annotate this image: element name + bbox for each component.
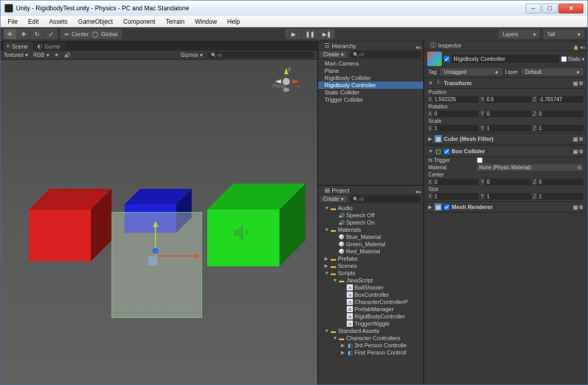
scene-tab[interactable]: ⌗Scene bbox=[4, 42, 33, 51]
project-item[interactable]: Blue_Material bbox=[318, 233, 423, 240]
hierarchy-item[interactable]: Trigger Collider bbox=[318, 96, 423, 103]
size-z[interactable] bbox=[537, 193, 583, 200]
size-y[interactable] bbox=[485, 193, 531, 200]
project-item[interactable]: ▼▬Audio bbox=[318, 204, 423, 212]
project-item[interactable]: ▶▬Scenes bbox=[318, 262, 423, 269]
gear-icon[interactable]: ⚙ bbox=[579, 81, 583, 86]
inspector-tab[interactable]: ⓘInspector bbox=[426, 40, 466, 50]
hierarchy-search[interactable]: 🔍 All bbox=[350, 51, 421, 58]
rotate-tool[interactable]: ↻ bbox=[30, 29, 44, 39]
close-button[interactable]: ✕ bbox=[559, 4, 583, 13]
istrigger-checkbox[interactable] bbox=[477, 157, 483, 163]
hierarchy-item[interactable]: Rigidbody Collider bbox=[318, 74, 423, 82]
project-item[interactable]: 🔊Speech On bbox=[318, 219, 423, 226]
panel-menu[interactable]: 🔒 ▾≡ bbox=[571, 45, 587, 50]
project-tab[interactable]: ▤Project bbox=[320, 186, 353, 195]
help-icon[interactable]: ▣ bbox=[573, 204, 578, 210]
scale-x[interactable] bbox=[433, 125, 479, 132]
project-item[interactable]: Green_Material bbox=[318, 240, 423, 248]
scale-y[interactable] bbox=[485, 125, 531, 132]
size-x[interactable] bbox=[433, 193, 479, 200]
project-item[interactable]: ▼▬Materials bbox=[318, 226, 423, 233]
panel-menu[interactable]: ▾≡ bbox=[414, 45, 423, 50]
gear-icon[interactable]: ⚙ bbox=[579, 149, 583, 154]
scale-tool[interactable]: ⤢ bbox=[44, 29, 57, 39]
move-tool[interactable]: ✥ bbox=[17, 29, 30, 39]
menu-component[interactable]: Component bbox=[118, 17, 160, 27]
light-toggle[interactable]: ☀ bbox=[54, 52, 59, 58]
boxcollider-enabled[interactable] bbox=[444, 149, 450, 154]
meshfilter-header[interactable]: ▶ ▦ Cube (Mesh Filter) ▣⚙ bbox=[425, 133, 586, 145]
project-search[interactable]: 🔍 All bbox=[350, 196, 421, 202]
center-z[interactable] bbox=[537, 179, 583, 185]
project-item[interactable]: JsPrefabManager bbox=[318, 306, 423, 313]
step-button[interactable]: ▶❚ bbox=[318, 29, 335, 39]
project-item[interactable]: ▼▬Scripts bbox=[318, 269, 423, 277]
rot-z[interactable] bbox=[537, 110, 583, 117]
audio-toggle[interactable]: 🔊 bbox=[64, 52, 70, 58]
menu-help[interactable]: Help bbox=[222, 17, 245, 27]
help-icon[interactable]: ▣ bbox=[573, 136, 578, 142]
static-dropdown[interactable]: ▾ bbox=[582, 56, 584, 62]
meshrenderer-header[interactable]: ▶ ▦ Mesh Renderer ▣⚙ bbox=[425, 201, 586, 213]
hierarchy-create[interactable]: Create ▾ bbox=[320, 51, 347, 58]
project-item[interactable]: JsCharacterControllerP bbox=[318, 298, 423, 306]
project-item[interactable]: JsRigidBodyController bbox=[318, 313, 423, 320]
pivot-toggle[interactable]: ▪▪Center ◯Global bbox=[60, 29, 122, 39]
center-y[interactable] bbox=[485, 179, 531, 185]
titlebar[interactable]: Unity - RigidbodyTest.unity - Physics - … bbox=[1, 1, 587, 16]
hierarchy-item[interactable]: Plane bbox=[318, 67, 423, 74]
scene-search[interactable]: 🔍 All bbox=[208, 52, 314, 58]
project-item[interactable]: JsBallShooter bbox=[318, 284, 423, 291]
maximize-button[interactable]: ☐ bbox=[542, 4, 558, 13]
menu-terrain[interactable]: Terrain bbox=[160, 17, 190, 27]
pos-y[interactable] bbox=[485, 96, 531, 103]
boxcollider-header[interactable]: ▼ ▢ Box Collider ▣⚙ bbox=[425, 146, 586, 157]
rot-y[interactable] bbox=[485, 110, 531, 117]
render-mode-dropdown[interactable]: Textured ▾ bbox=[4, 52, 28, 58]
layers-dropdown[interactable]: Layers▾ bbox=[499, 29, 540, 39]
hierarchy-tab[interactable]: ☲Hierarchy bbox=[320, 41, 360, 50]
project-item[interactable]: ▶◧3rd Person Controlle bbox=[318, 342, 423, 349]
menu-gameobject[interactable]: GameObject bbox=[73, 17, 118, 27]
hierarchy-item[interactable]: Rigidbody Controller bbox=[318, 82, 423, 89]
move-gizmo[interactable] bbox=[145, 220, 207, 271]
project-item[interactable]: ▼▬Character Controllers bbox=[318, 334, 423, 342]
project-item[interactable]: ▼▬JavaScript bbox=[318, 277, 423, 284]
project-item[interactable]: ▶◧First Person Controll bbox=[318, 349, 423, 356]
scene-viewport[interactable]: y x Persp bbox=[1, 60, 317, 384]
tag-dropdown[interactable]: Untagged♦ bbox=[440, 68, 502, 75]
gameobject-active-checkbox[interactable] bbox=[444, 56, 450, 62]
menu-assets[interactable]: Assets bbox=[44, 17, 73, 27]
help-icon[interactable]: ▣ bbox=[573, 81, 578, 86]
hierarchy-item[interactable]: Main Camera bbox=[318, 60, 423, 67]
transform-header[interactable]: ▼ Transform ▣⚙ bbox=[425, 77, 586, 89]
project-item[interactable]: JsTriggerWiggle bbox=[318, 320, 423, 327]
project-item[interactable]: ▼▬Standard Assets bbox=[318, 327, 423, 334]
orientation-gizmo[interactable]: y x bbox=[271, 65, 302, 96]
layout-dropdown[interactable]: Tall▾ bbox=[543, 29, 584, 39]
panel-menu[interactable]: ▾≡ bbox=[414, 189, 423, 195]
hierarchy-item[interactable]: Static Collider bbox=[318, 89, 423, 96]
menu-edit[interactable]: Edit bbox=[23, 17, 44, 27]
project-create[interactable]: Create ▾ bbox=[320, 196, 347, 202]
pos-z[interactable] bbox=[537, 96, 583, 103]
project-item[interactable]: 🔊Speech Off bbox=[318, 212, 423, 219]
project-item[interactable]: ▶▬Prefabs bbox=[318, 255, 423, 262]
hand-tool[interactable]: 👁 bbox=[4, 29, 17, 39]
gameobject-name-field[interactable]: Rigidbody Controller bbox=[452, 55, 559, 63]
center-x[interactable] bbox=[433, 179, 479, 185]
menu-window[interactable]: Window bbox=[190, 17, 222, 27]
meshrenderer-enabled[interactable] bbox=[444, 204, 450, 210]
color-mode-dropdown[interactable]: RGB ▾ bbox=[33, 52, 49, 58]
gizmos-dropdown[interactable]: Gizmos ▾ bbox=[181, 52, 203, 58]
layer-dropdown[interactable]: Default♦ bbox=[521, 68, 583, 75]
menu-file[interactable]: File bbox=[3, 17, 23, 27]
minimize-button[interactable]: ─ bbox=[525, 4, 541, 13]
physic-material-field[interactable]: None (Physic Material)⊙ bbox=[477, 164, 583, 171]
project-item[interactable]: JsBoxController bbox=[318, 291, 423, 298]
play-button[interactable]: ▶ bbox=[285, 29, 302, 39]
static-checkbox[interactable] bbox=[561, 56, 567, 62]
pos-x[interactable] bbox=[433, 96, 479, 103]
project-item[interactable]: Red_Material bbox=[318, 248, 423, 255]
